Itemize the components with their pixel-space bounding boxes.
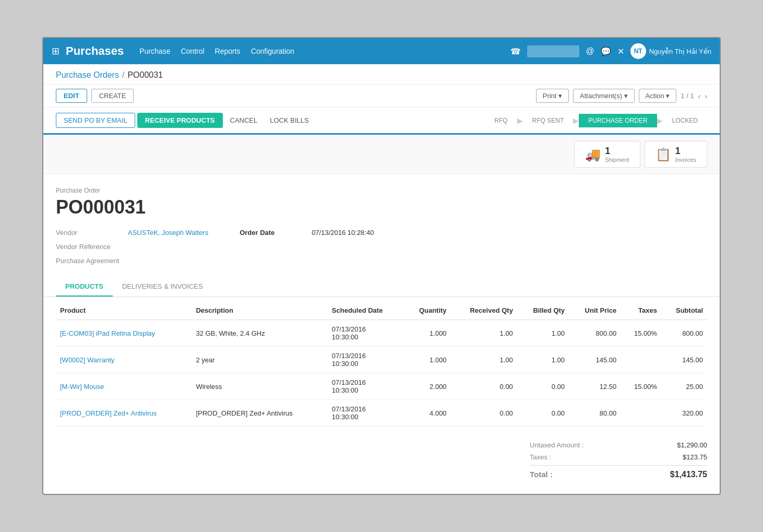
cell-quantity: 4.000: [404, 400, 451, 427]
total-value: $1,413.75: [670, 470, 707, 479]
menu-configuration[interactable]: Configuration: [251, 47, 294, 55]
col-description: Description: [192, 301, 327, 320]
create-button[interactable]: CREATE: [91, 89, 134, 103]
prev-record-button[interactable]: ‹: [698, 92, 701, 100]
menu-reports[interactable]: Reports: [215, 47, 241, 55]
cell-quantity: 2.000: [404, 373, 451, 400]
form-fields: Vendor ASUSTeK, Joseph Walters Vendor Re…: [56, 229, 707, 265]
cell-product[interactable]: [E-COM03] iPad Retina Display: [56, 320, 192, 347]
table-row: [W0002] Warranty 2 year 07/13/2016 10:30…: [56, 347, 707, 373]
cell-product[interactable]: [PROD_ORDER] Zed+ Antivirus: [56, 400, 192, 427]
purchase-agreement-label: Purchase Agreement: [56, 257, 124, 265]
next-record-button[interactable]: ›: [705, 92, 707, 100]
print-button[interactable]: Print ▾: [536, 89, 569, 103]
cell-unit-price: 80.00: [569, 400, 621, 427]
menu-control[interactable]: Control: [181, 47, 204, 55]
cell-scheduled-date: 07/13/2016 10:30:00: [328, 400, 404, 427]
lock-bills-button[interactable]: LOCK BILLS: [265, 113, 314, 127]
tabs: PRODUCTS DELIVERIES & INVOICES: [43, 277, 720, 297]
chat-icon[interactable]: 💬: [601, 46, 611, 56]
settings-icon[interactable]: ✕: [617, 46, 624, 56]
attachments-button[interactable]: Attachment(s) ▾: [573, 89, 635, 103]
order-type-label: Purchase Order: [56, 187, 707, 194]
avatar: NT: [630, 43, 646, 59]
shipment-label: Shipment: [605, 157, 629, 163]
smart-buttons-bar: 🚚 1 Shipment 📋 1 Invoices: [43, 135, 720, 174]
vendor-value[interactable]: ASUSTeK, Joseph Walters: [128, 229, 208, 237]
action-button[interactable]: Action ▾: [639, 89, 677, 103]
cell-subtotal: 145.00: [661, 347, 707, 373]
taxes-label: Taxes :: [530, 453, 551, 461]
cell-product[interactable]: [M-Wir] Mouse: [56, 373, 192, 400]
shipment-smart-button[interactable]: 🚚 1 Shipment: [574, 141, 640, 168]
right-fields: Order Date 07/13/2016 10:28:40: [240, 229, 374, 265]
cell-quantity: 1.000: [404, 347, 451, 373]
phone-icon[interactable]: ☎: [510, 46, 521, 56]
topnav-search[interactable]: [527, 45, 579, 57]
grid-icon[interactable]: ⊞: [52, 45, 59, 57]
col-subtotal: Subtotal: [661, 301, 707, 320]
status-locked: LOCKED: [663, 114, 707, 127]
untaxed-label: Untaxed Amount :: [530, 441, 583, 449]
cell-description: 2 year: [192, 347, 327, 373]
vendor-ref-row: Vendor Reference: [56, 243, 208, 251]
cell-received-qty: 0.00: [451, 400, 517, 427]
order-date-row: Order Date 07/13/2016 10:28:40: [240, 229, 374, 237]
table-row: [PROD_ORDER] Zed+ Antivirus [PROD_ORDER]…: [56, 400, 707, 427]
totals-table: Untaxed Amount : $1,290.00 Taxes : $123.…: [530, 439, 707, 481]
total-label: Total :: [530, 470, 553, 479]
cell-subtotal: 25.00: [661, 373, 707, 400]
invoices-smart-button[interactable]: 📋 1 Invoices: [645, 141, 707, 168]
cell-subtotal: 320.00: [661, 400, 707, 427]
cell-taxes: 15.00%: [621, 373, 661, 400]
col-product: Product: [56, 301, 192, 320]
table-row: [M-Wir] Mouse Wireless 07/13/2016 10:30:…: [56, 373, 707, 400]
col-unit-price: Unit Price: [569, 301, 621, 320]
cell-unit-price: 800.00: [569, 320, 621, 347]
cell-unit-price: 145.00: [569, 347, 621, 373]
products-table: Product Description Scheduled Date Quant…: [56, 301, 707, 427]
receive-products-button[interactable]: RECEIVE PRODUCTS: [137, 113, 223, 128]
cell-unit-price: 12.50: [569, 373, 621, 400]
purchase-agreement-row: Purchase Agreement: [56, 257, 208, 265]
user-menu[interactable]: NT Nguyễn Thị Hải Yến: [630, 43, 711, 59]
topnav: ⊞ Purchases Purchase Control Reports Con…: [43, 38, 720, 64]
cell-taxes: 15.00%: [621, 320, 661, 347]
vendor-ref-label: Vendor Reference: [56, 243, 124, 251]
cell-scheduled-date: 07/13/2016 10:30:00: [328, 373, 404, 400]
truck-icon: 🚚: [585, 147, 601, 162]
at-icon[interactable]: @: [586, 46, 594, 56]
cell-billed-qty: 1.00: [517, 347, 569, 373]
untaxed-row: Untaxed Amount : $1,290.00: [530, 439, 707, 451]
order-id: PO000031: [56, 196, 707, 218]
invoice-icon: 📋: [655, 147, 671, 162]
status-rfq: RFQ: [485, 114, 517, 127]
breadcrumb-parent[interactable]: Purchase Orders: [56, 70, 119, 80]
cell-product[interactable]: [W0002] Warranty: [56, 347, 192, 373]
breadcrumb-current: PO00031: [127, 70, 163, 80]
cell-description: [PROD_ORDER] Zed+ Antivirus: [192, 400, 327, 427]
untaxed-value: $1,290.00: [677, 441, 707, 449]
edit-button[interactable]: EDIT: [56, 89, 87, 103]
cell-received-qty: 0.00: [451, 373, 517, 400]
vendor-row: Vendor ASUSTeK, Joseph Walters: [56, 229, 208, 237]
col-received-qty: Received Qty: [451, 301, 517, 320]
cell-taxes: [621, 400, 661, 427]
status-rfq-sent: RFQ SENT: [523, 114, 574, 127]
cell-billed-qty: 1.00: [517, 320, 569, 347]
brand-label[interactable]: Purchases: [66, 44, 124, 58]
cell-received-qty: 1.00: [451, 320, 517, 347]
menu-purchase[interactable]: Purchase: [139, 47, 170, 55]
send-po-email-button[interactable]: SEND PO BY EMAIL: [56, 113, 135, 128]
cell-billed-qty: 0.00: [517, 400, 569, 427]
order-date-value: 07/13/2016 10:28:40: [312, 229, 374, 237]
cell-billed-qty: 0.00: [517, 373, 569, 400]
tab-products[interactable]: PRODUCTS: [56, 277, 113, 297]
col-taxes: Taxes: [621, 301, 661, 320]
cancel-button[interactable]: CANCEL: [225, 113, 263, 127]
status-purchase-order: PURCHASE ORDER: [579, 114, 657, 127]
breadcrumb-separator: /: [122, 70, 124, 80]
left-fields: Vendor ASUSTeK, Joseph Walters Vendor Re…: [56, 229, 208, 265]
form-section: Purchase Order PO000031 Vendor ASUSTeK, …: [43, 174, 720, 273]
tab-deliveries-invoices[interactable]: DELIVERIES & INVOICES: [113, 277, 212, 297]
